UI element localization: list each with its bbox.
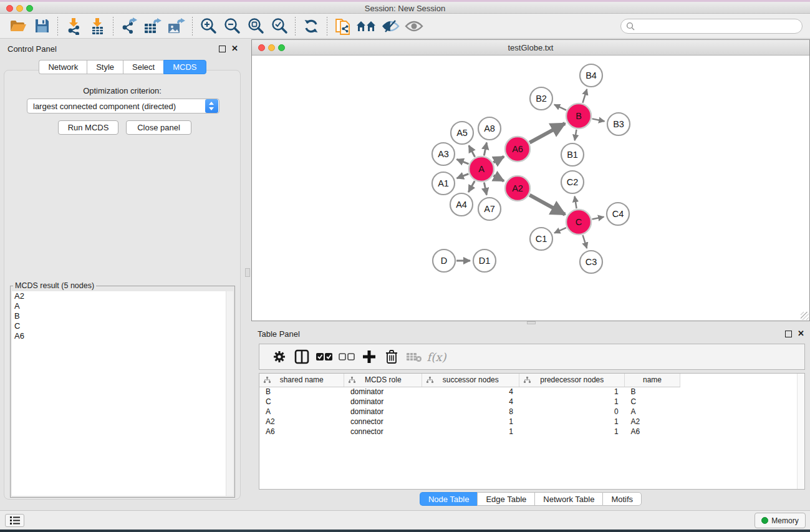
- table-cell[interactable]: connector: [344, 427, 422, 437]
- edge-C-C2[interactable]: [575, 196, 577, 209]
- select-all-button[interactable]: [313, 346, 335, 367]
- export-network-button[interactable]: [117, 16, 141, 37]
- edge-A6-B[interactable]: [529, 123, 565, 143]
- edge-A-A1[interactable]: [457, 174, 469, 178]
- tab-network-table[interactable]: Network Table: [534, 492, 602, 506]
- column-header-name[interactable]: name: [625, 374, 680, 387]
- tab-network[interactable]: Network: [39, 60, 87, 74]
- table-cell[interactable]: C: [625, 397, 680, 407]
- tab-select[interactable]: Select: [123, 60, 163, 74]
- task-history-button[interactable]: [5, 514, 24, 527]
- deselect-all-button[interactable]: [335, 346, 358, 367]
- tab-motifs[interactable]: Motifs: [602, 492, 642, 506]
- table-cell[interactable]: 8: [422, 407, 519, 417]
- import-table-button[interactable]: [85, 16, 109, 37]
- table-row[interactable]: Adominator80A: [259, 407, 680, 417]
- edge-A-A8[interactable]: [484, 143, 486, 156]
- table-cell[interactable]: A6: [625, 427, 680, 437]
- table-settings-button[interactable]: [268, 346, 291, 367]
- node-C4[interactable]: C4: [607, 203, 629, 225]
- edge-A-A5[interactable]: [469, 145, 475, 157]
- mcds-result-item[interactable]: A: [12, 301, 226, 311]
- window-resize-grip[interactable]: [801, 312, 809, 320]
- network-graph-canvas[interactable]: AA1A2A3A4A5A6A7A8BB1B2B3B4CC1C2C3C4DD1: [252, 56, 809, 321]
- node-A6[interactable]: A6: [505, 137, 530, 162]
- mcds-result-item[interactable]: A2: [12, 291, 226, 301]
- table-row[interactable]: A2connector11A2: [259, 417, 680, 427]
- edge-B-B2[interactable]: [554, 105, 566, 110]
- export-table-button[interactable]: [141, 16, 165, 37]
- table-cell[interactable]: dominator: [344, 387, 422, 397]
- table-cell[interactable]: dominator: [344, 407, 422, 417]
- table-cell[interactable]: A: [259, 407, 344, 417]
- table-cell[interactable]: B: [259, 387, 344, 397]
- node-C[interactable]: C: [566, 210, 591, 235]
- table-cell[interactable]: connector: [344, 417, 422, 427]
- table-cell[interactable]: 0: [519, 407, 625, 417]
- search-input[interactable]: [638, 22, 788, 31]
- close-panel-icon[interactable]: ✕: [798, 329, 804, 338]
- table-cell[interactable]: 1: [422, 417, 519, 427]
- edge-A-A3[interactable]: [456, 159, 468, 164]
- node-A7[interactable]: A7: [478, 198, 501, 220]
- import-network-button[interactable]: [62, 16, 85, 37]
- close-panel-icon[interactable]: ✕: [231, 44, 238, 53]
- mcds-result-item[interactable]: B: [12, 311, 226, 321]
- node-C1[interactable]: C1: [530, 228, 552, 250]
- export-image-button[interactable]: [165, 16, 188, 37]
- mcds-result-scrollbar[interactable]: [226, 291, 233, 496]
- table-cell[interactable]: A6: [259, 427, 344, 437]
- node-A8[interactable]: A8: [478, 117, 501, 140]
- table-cell[interactable]: 1: [519, 427, 625, 437]
- table-cell[interactable]: 1: [422, 427, 519, 437]
- node-A3[interactable]: A3: [432, 143, 455, 165]
- edge-A-A4[interactable]: [468, 181, 475, 192]
- table-cell[interactable]: A2: [259, 417, 344, 427]
- column-header-successor-nodes[interactable]: successor nodes: [422, 374, 519, 387]
- tab-edge-table[interactable]: Edge Table: [477, 492, 534, 506]
- table-cell[interactable]: C: [259, 397, 344, 407]
- table-cell[interactable]: 1: [519, 397, 625, 407]
- node-A[interactable]: A: [469, 157, 494, 181]
- mcds-result-item[interactable]: C: [12, 321, 226, 331]
- table-row[interactable]: Bdominator41B: [259, 387, 680, 397]
- delete-column-button[interactable]: [380, 346, 403, 367]
- node-A2[interactable]: A2: [505, 176, 530, 201]
- memory-button[interactable]: Memory: [755, 513, 806, 528]
- edge-A2-C[interactable]: [529, 195, 565, 215]
- new-network-from-selection-button[interactable]: [331, 16, 355, 37]
- save-session-button[interactable]: [30, 16, 54, 37]
- edge-A-A7[interactable]: [484, 183, 486, 195]
- node-B4[interactable]: B4: [580, 64, 602, 87]
- mcds-result-item[interactable]: A6: [12, 331, 226, 341]
- tab-node-table[interactable]: Node Table: [420, 492, 478, 506]
- edge-B-B4[interactable]: [582, 89, 587, 103]
- edge-C-C4[interactable]: [592, 217, 604, 220]
- node-B3[interactable]: B3: [607, 113, 630, 135]
- node-A1[interactable]: A1: [432, 172, 455, 195]
- edge-C-C1[interactable]: [554, 228, 566, 233]
- node-B1[interactable]: B1: [561, 143, 584, 166]
- table-cell[interactable]: A: [625, 407, 680, 417]
- create-column-button[interactable]: [358, 346, 380, 367]
- open-session-button[interactable]: [6, 16, 30, 37]
- table-cell[interactable]: 4: [422, 397, 519, 407]
- table-cell[interactable]: 1: [519, 387, 625, 397]
- first-neighbors-button[interactable]: [355, 16, 378, 37]
- zoom-out-button[interactable]: [220, 16, 244, 37]
- refresh-button[interactable]: [299, 16, 323, 37]
- edge-C-C3[interactable]: [583, 235, 587, 248]
- table-cell[interactable]: B: [625, 387, 680, 397]
- edge-A-A2[interactable]: [493, 175, 504, 181]
- table-row[interactable]: Cdominator41C: [259, 397, 680, 407]
- optimization-criterion-select[interactable]: largest connected component (directed): [27, 99, 219, 114]
- float-panel-icon[interactable]: [219, 46, 226, 52]
- show-columns-button[interactable]: [291, 346, 313, 367]
- tab-style[interactable]: Style: [87, 60, 123, 74]
- tab-mcds[interactable]: MCDS: [163, 60, 206, 74]
- node-D1[interactable]: D1: [473, 249, 496, 272]
- table-cell[interactable]: A2: [625, 417, 680, 427]
- zoom-fit-button[interactable]: [244, 16, 268, 37]
- float-panel-icon[interactable]: [785, 331, 792, 337]
- search-field[interactable]: [620, 19, 803, 34]
